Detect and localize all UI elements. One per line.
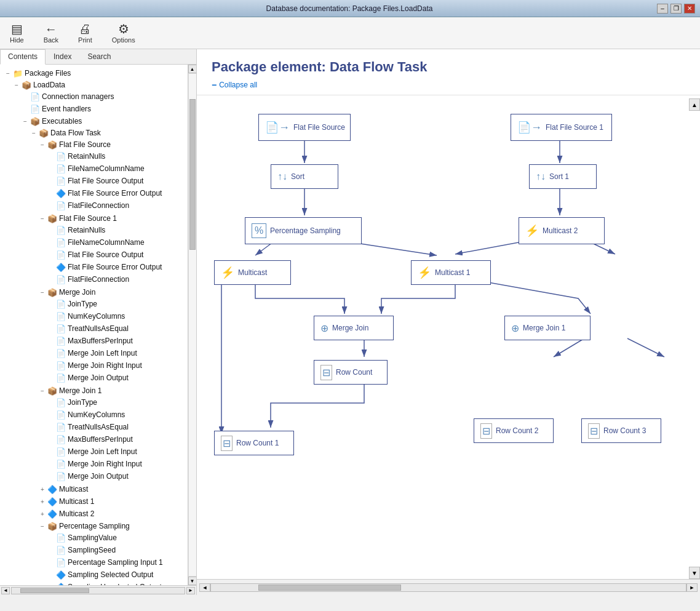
scroll-left-button[interactable]: ◄ [1, 587, 10, 594]
doc-icon: 📄 [55, 274, 66, 284]
list-item: 📄JoinType [46, 396, 185, 409]
pkg-icon-ffs1: 📦 [47, 214, 58, 223]
node-percentage-sampling[interactable]: % Percentage Sampling [245, 217, 362, 244]
h-scroll-thumb[interactable] [258, 585, 401, 591]
node-flat-file-source[interactable]: 📄→ Flat File Source [258, 114, 351, 141]
hide-button[interactable]: ▤ Hide [5, 22, 29, 45]
back-button[interactable]: ← Back [39, 22, 63, 45]
close-button[interactable]: ✕ [684, 4, 695, 14]
options-label: Options [112, 36, 135, 44]
expand-package-files[interactable]: − [4, 70, 12, 77]
flat-file-source-1-label: Flat File Source 1 [546, 123, 603, 132]
doc-icon: 📄 [55, 348, 66, 358]
scroll-right-button[interactable]: ► [186, 587, 195, 594]
doc-icon: 📄 [55, 238, 66, 247]
scroll-thumb[interactable] [189, 99, 196, 250]
list-item: 📄SamplingValue [46, 532, 185, 544]
node-sort-1[interactable]: ↑↓ Sort 1 [529, 164, 597, 189]
doc-icon: 📄 [30, 92, 41, 102]
list-item: 📄JoinType [46, 298, 185, 310]
doc-icon: 📄 [55, 151, 66, 161]
node-sort[interactable]: ↑↓ Sort [271, 164, 338, 189]
flow-canvas[interactable]: 📄→ Flat File Source 📄→ Flat File Source … [197, 95, 700, 579]
restore-button[interactable]: ❐ [670, 4, 682, 14]
tree-node-event-hdl: 📄 Event handlers [20, 103, 185, 115]
node-row-count-1[interactable]: ⊟ Row Count 1 [214, 431, 294, 455]
options-button[interactable]: ⚙ Options [107, 22, 140, 45]
scroll-track [188, 73, 197, 577]
scroll-up-button[interactable]: ▲ [188, 65, 197, 73]
doc-icon: 📄 [55, 336, 66, 346]
sort-label: Sort [291, 172, 304, 181]
print-button[interactable]: 🖨 Print [73, 22, 97, 45]
node-multicast-2[interactable]: ⚡ Multicast 2 [519, 217, 605, 244]
list-item: 🔷Flat File Source Error Output [46, 261, 185, 273]
doc-icon: 📄 [55, 434, 66, 444]
content-header: Package element: Data Flow Task − Collap… [197, 49, 700, 95]
tab-contents[interactable]: Contents [0, 49, 46, 65]
row-count-1-label: Row Count 1 [236, 439, 279, 447]
list-item: 📄Merge Join Left Input [46, 347, 185, 359]
pkg-icon: 📦 [21, 80, 32, 90]
sort1-node-icon: ↑↓ [536, 171, 546, 182]
content-scroll-left[interactable]: ◄ [199, 583, 210, 592]
expand-executables[interactable]: − [21, 118, 30, 125]
tree-node-loaddata: − 📦 LoadData 📄 Connection managers [11, 79, 185, 585]
h-scroll-area: ◄ ► [197, 580, 700, 595]
row-count-2-label: Row Count 2 [496, 426, 538, 435]
window-controls[interactable]: – ❐ ✕ [657, 4, 695, 14]
tree-node-package-files: − 📁 Package Files − 📦 LoadData [2, 67, 185, 585]
expand-dft[interactable]: − [30, 130, 38, 137]
pkg-icon-ffs: 📦 [47, 140, 58, 150]
doc-icon: 📄 [55, 471, 66, 481]
back-label: Back [44, 36, 58, 44]
toolbar: ▤ Hide ← Back 🖨 Print ⚙ Options [0, 17, 700, 49]
list-item: 🔷Sampling Selected Output [46, 569, 185, 581]
tab-search[interactable]: Search [79, 49, 119, 64]
list-item: 📄TreatNullsAsEqual [46, 421, 185, 433]
pkg-icon-3: 📦 [38, 128, 49, 138]
list-item: 📄MaxBuffersPerInput [46, 335, 185, 347]
list-item: 📄TreatNullsAsEqual [46, 322, 185, 335]
node-multicast[interactable]: ⚡ Multicast [214, 260, 291, 285]
node-row-count-3[interactable]: ⊟ Row Count 3 [581, 418, 661, 443]
sort-node-icon: ↑↓ [277, 171, 287, 182]
scroll-down-button[interactable]: ▼ [188, 577, 197, 585]
tree-node-ps: − 📦 Percentage Sampling 📄SamplingValue [37, 520, 185, 585]
list-item: 📄Merge Join Right Input [46, 458, 185, 470]
flat-file-source-icon: 📄→ [265, 121, 290, 134]
tree-node-mc: +🔷Multicast [37, 483, 185, 495]
doc-icon: 📄 [55, 201, 66, 210]
node-row-count-2[interactable]: ⊟ Row Count 2 [474, 418, 554, 443]
pkg-icon-2: 📦 [30, 116, 41, 126]
expand-loaddata[interactable]: − [12, 82, 21, 89]
tab-index[interactable]: Index [46, 49, 79, 64]
flat-file-source-1-icon: 📄→ [517, 121, 542, 134]
node-row-count[interactable]: ⊟ Row Count [314, 360, 388, 385]
doc-icon: 📄 [55, 397, 66, 407]
pct-sampling-icon: % [252, 223, 266, 238]
doc-icon: 📄 [55, 361, 66, 370]
list-item: 📄FileNameColumnName [46, 236, 185, 249]
list-item: 📄Merge Join Output [46, 372, 185, 384]
minimize-button[interactable]: – [657, 4, 668, 14]
doc-icon: 📄 [55, 557, 66, 567]
node-multicast-1[interactable]: ⚡ Multicast 1 [411, 260, 491, 285]
loaddata-label: LoadData [33, 81, 65, 89]
node-merge-join-1[interactable]: ⊕ Merge Join 1 [504, 316, 591, 340]
tree-node-conn-mgr: 📄 Connection managers [20, 90, 185, 103]
mc2-icon: 🔷 [47, 509, 58, 519]
mc-icon: 🔷 [47, 484, 58, 494]
node-merge-join[interactable]: ⊕ Merge Join [314, 316, 394, 340]
content-scroll-right[interactable]: ► [686, 583, 698, 592]
package-files-label: Package Files [25, 69, 71, 78]
mc1-icon: 🔷 [47, 497, 58, 506]
collapse-all-button[interactable]: − Collapse all [212, 80, 685, 90]
tree-node-mj1: − 📦 Merge Join 1 📄JoinType 📄Num [37, 385, 185, 483]
list-item: 📄RetainNulls [46, 150, 185, 162]
list-item: 📄Percentage Sampling Input 1 [46, 556, 185, 569]
node-flat-file-source-1[interactable]: 📄→ Flat File Source 1 [511, 114, 612, 141]
rc2-node-icon: ⊟ [480, 423, 492, 439]
title-bar: Database documentation: Package Files.Lo… [0, 0, 700, 17]
hscroll-thumb[interactable] [20, 588, 89, 593]
